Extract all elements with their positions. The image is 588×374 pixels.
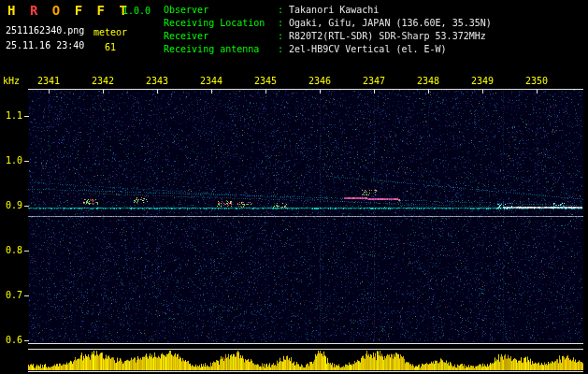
freq-axis-label: 0.7 xyxy=(4,290,22,300)
info-label: Receiving Location xyxy=(164,17,278,30)
info-row-antenna: Receiving antenna:2el-HB9CV Vertical (el… xyxy=(164,43,492,56)
freq-axis-label: 0.8 xyxy=(4,245,22,255)
freq-axis-label: 1.1 xyxy=(4,110,22,121)
title-letter: R xyxy=(30,3,37,18)
info-label: Observer xyxy=(164,4,278,17)
info-row-observer: Observer:Takanori Kawachi xyxy=(164,4,492,17)
echo-count: 61 xyxy=(105,42,116,52)
time-axis-label: 2348 xyxy=(415,76,441,86)
time-axis-label: 2347 xyxy=(361,76,387,86)
info-label: Receiver xyxy=(164,30,278,43)
info-row-receiver: Receiver:R820T2(RTL-SDR) SDR-Sharp 53.37… xyxy=(164,30,492,43)
info-value: Takanori Kawachi xyxy=(289,5,379,15)
info-row-location: Receiving Location:Ogaki, Gifu, JAPAN (1… xyxy=(164,17,492,30)
observation-mode-label: meteor xyxy=(93,27,127,37)
freq-axis-label: 0.9 xyxy=(4,200,22,210)
info-colon: : xyxy=(278,5,283,15)
time-axis-label: 2343 xyxy=(144,76,170,86)
info-value: Ogaki, Gifu, JAPAN (136.60E, 35.35N) xyxy=(289,18,492,28)
info-value: R820T2(RTL-SDR) SDR-Sharp 53.372MHz xyxy=(289,31,486,41)
time-axis-label: 2344 xyxy=(198,76,224,86)
title-letter: H xyxy=(7,3,15,18)
time-axis-label: 2341 xyxy=(36,76,62,86)
info-colon: : xyxy=(278,31,283,41)
overlay-layer: H R O F F T 1.0.0 2511162340.png meteor … xyxy=(0,0,588,374)
capture-filename: 2511162340.png xyxy=(6,25,84,36)
info-label: Receiving antenna xyxy=(164,43,278,56)
time-axis-label: 2345 xyxy=(252,76,279,86)
title-letter: F xyxy=(97,3,105,18)
time-axis-label: 2342 xyxy=(90,76,116,86)
freq-unit-label: kHz xyxy=(3,76,20,86)
version-label: 1.0.0 xyxy=(122,6,151,16)
info-colon: : xyxy=(278,18,283,28)
capture-datetime: 25.11.16 23:40 xyxy=(6,40,84,50)
app-title: H R O F F T xyxy=(7,3,134,18)
info-value: 2el-HB9CV Vertical (el. E-W) xyxy=(289,44,447,54)
time-axis-label: 2349 xyxy=(469,76,495,86)
observation-info: Observer:Takanori Kawachi Receiving Loca… xyxy=(164,4,492,56)
info-colon: : xyxy=(278,44,283,54)
title-letter: F xyxy=(75,3,82,18)
title-letter: O xyxy=(52,3,60,18)
freq-axis-label: 1.0 xyxy=(4,155,22,165)
time-axis-label: 2350 xyxy=(523,76,550,86)
time-axis-label: 2346 xyxy=(307,76,333,86)
freq-axis-label: 0.6 xyxy=(4,335,22,345)
hrofft-window: H R O F F T 1.0.0 2511162340.png meteor … xyxy=(0,0,588,374)
